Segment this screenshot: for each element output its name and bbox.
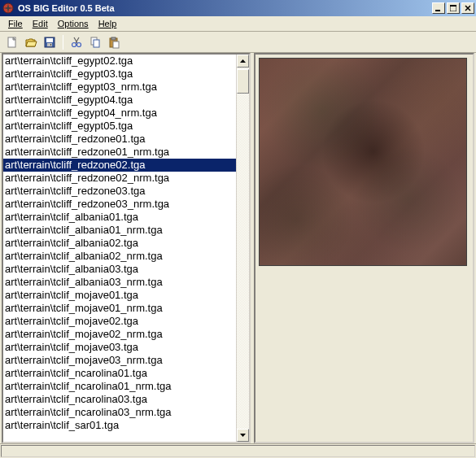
- scrollbar[interactable]: [236, 55, 249, 442]
- list-item[interactable]: art\terrain\tclif_ncarolina01_nrm.tga: [3, 380, 236, 393]
- menu-help[interactable]: Help: [94, 17, 122, 30]
- menu-file[interactable]: File: [3, 17, 28, 30]
- list-item[interactable]: art\terrain\tcliff_redzone02_nrm.tga: [3, 172, 236, 185]
- list-item[interactable]: art\terrain\tcliff_redzone01.tga: [3, 133, 236, 146]
- status-cell: [1, 445, 475, 457]
- list-item[interactable]: art\terrain\tcliff_egypt03.tga: [3, 68, 236, 81]
- texture-preview-image: [259, 58, 467, 266]
- window-title: OS BIG Editor 0.5 Beta: [18, 3, 432, 13]
- list-item[interactable]: art\terrain\tclif_albania03.tga: [3, 263, 236, 276]
- list-item[interactable]: art\terrain\tclif_mojave02_nrm.tga: [3, 328, 236, 341]
- copy-button[interactable]: [86, 33, 104, 51]
- status-bar: [0, 443, 476, 458]
- svg-rect-15: [113, 41, 119, 48]
- list-item[interactable]: art\terrain\tclif_ncarolina01.tga: [3, 367, 236, 380]
- menu-edit[interactable]: Edit: [28, 17, 53, 30]
- list-item[interactable]: art\terrain\tcliff_egypt04.tga: [3, 94, 236, 107]
- list-item[interactable]: art\terrain\tcliff_redzone01_nrm.tga: [3, 146, 236, 159]
- svg-point-10: [77, 42, 81, 46]
- maximize-button[interactable]: [447, 2, 460, 14]
- new-file-button[interactable]: [3, 33, 21, 51]
- paste-button[interactable]: [105, 33, 123, 51]
- list-item[interactable]: art\terrain\tcliff_egypt03_nrm.tga: [3, 81, 236, 94]
- scroll-up-button[interactable]: [237, 55, 249, 68]
- list-item[interactable]: art\terrain\tclif_mojave03_nrm.tga: [3, 354, 236, 367]
- list-item[interactable]: art\terrain\tclif_mojave01_nrm.tga: [3, 302, 236, 315]
- list-item[interactable]: art\terrain\tclif_albania02.tga: [3, 237, 236, 250]
- list-item[interactable]: art\terrain\tcliff_redzone03.tga: [3, 185, 236, 198]
- title-bar: OS BIG Editor 0.5 Beta: [0, 0, 476, 16]
- list-item[interactable]: art\terrain\tcliff_egypt04_nrm.tga: [3, 107, 236, 120]
- list-item[interactable]: art\terrain\tclif_mojave01.tga: [3, 289, 236, 302]
- menu-options[interactable]: Options: [53, 17, 94, 30]
- list-item[interactable]: art\terrain\tclif_ncarolina03.tga: [3, 393, 236, 406]
- app-icon: [2, 2, 15, 15]
- list-item[interactable]: art\terrain\tclif_albania03_nrm.tga: [3, 276, 236, 289]
- svg-rect-8: [50, 44, 51, 46]
- list-item[interactable]: art\terrain\tclif_sar01.tga: [3, 419, 236, 432]
- file-list-panel: art\terrain\tcliff_egypt02.tgaart\terrai…: [2, 53, 251, 443]
- scroll-thumb[interactable]: [237, 69, 249, 94]
- toolbar: [0, 32, 476, 53]
- file-list[interactable]: art\terrain\tcliff_egypt02.tgaart\terrai…: [3, 55, 236, 442]
- svg-rect-3: [450, 5, 456, 7]
- svg-rect-12: [94, 40, 99, 47]
- open-file-button[interactable]: [22, 33, 40, 51]
- svg-point-9: [72, 42, 76, 46]
- close-button[interactable]: [461, 2, 474, 14]
- content-area: art\terrain\tcliff_egypt02.tgaart\terrai…: [0, 53, 476, 443]
- list-item[interactable]: art\terrain\tcliff_egypt05.tga: [3, 120, 236, 133]
- svg-rect-7: [47, 43, 52, 46]
- scroll-down-button[interactable]: [237, 429, 249, 442]
- menu-bar: File Edit Options Help: [0, 16, 476, 32]
- minimize-button[interactable]: [432, 2, 445, 14]
- list-item[interactable]: art\terrain\tcliff_egypt02.tga: [3, 55, 236, 68]
- svg-rect-1: [435, 10, 440, 11]
- save-file-button[interactable]: [41, 33, 59, 51]
- list-item[interactable]: art\terrain\tcliff_redzone02.tga: [3, 159, 236, 172]
- list-item[interactable]: art\terrain\tclif_mojave03.tga: [3, 341, 236, 354]
- list-item[interactable]: art\terrain\tclif_mojave02.tga: [3, 315, 236, 328]
- list-item[interactable]: art\terrain\tclif_albania02_nrm.tga: [3, 250, 236, 263]
- cut-button[interactable]: [68, 33, 85, 51]
- scroll-track[interactable]: [237, 68, 249, 429]
- list-item[interactable]: art\terrain\tclif_ncarolina03_nrm.tga: [3, 406, 236, 419]
- list-item[interactable]: art\terrain\tclif_albania01.tga: [3, 211, 236, 224]
- list-item[interactable]: art\terrain\tclif_albania01_nrm.tga: [3, 224, 236, 237]
- svg-rect-6: [46, 38, 53, 42]
- preview-panel: [254, 53, 474, 443]
- toolbar-separator: [63, 35, 63, 50]
- list-item[interactable]: art\terrain\tcliff_redzone03_nrm.tga: [3, 198, 236, 211]
- svg-rect-14: [111, 37, 116, 40]
